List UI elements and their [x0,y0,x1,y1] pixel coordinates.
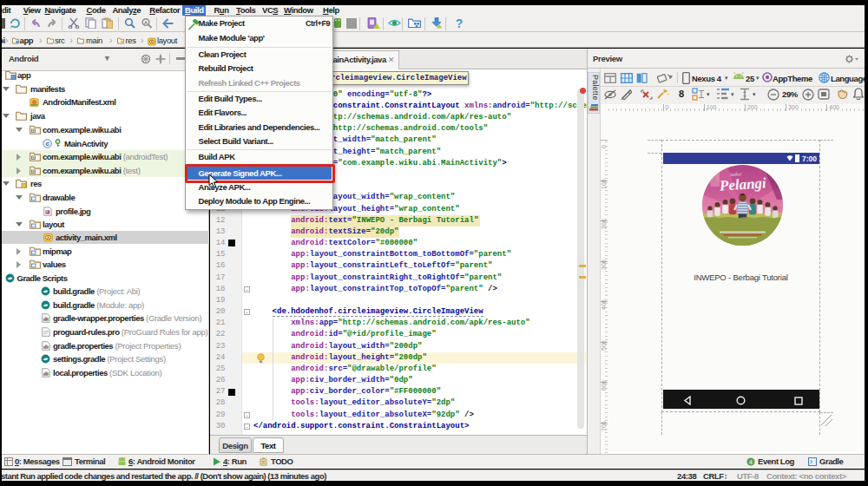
svg-text:?: ? [456,16,464,30]
svg-text:Pelangi: Pelangi [718,174,766,194]
svg-text:laskar: laskar [730,171,743,177]
svg-text:4: 4 [749,458,753,464]
